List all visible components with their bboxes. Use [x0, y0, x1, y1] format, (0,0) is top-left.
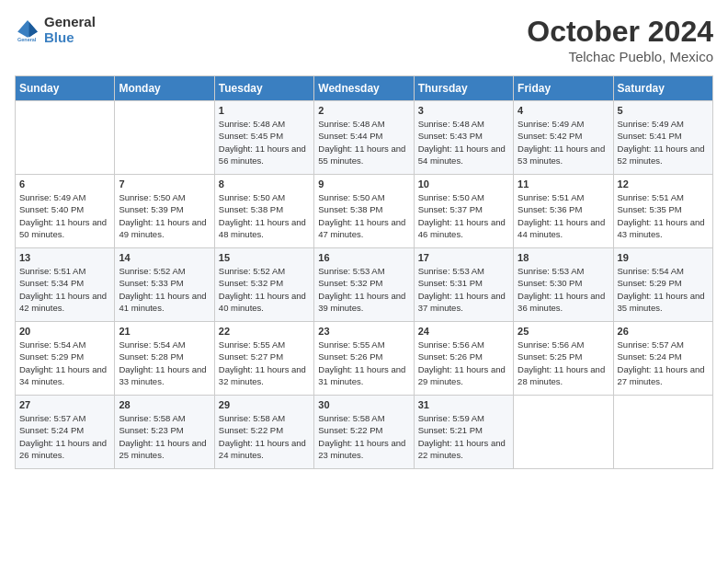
calendar-cell: 31Sunrise: 5:59 AMSunset: 5:21 PMDayligh… [414, 396, 513, 469]
sunset-text: Sunset: 5:22 PM [219, 425, 283, 435]
day-info: Sunrise: 5:57 AMSunset: 5:24 PMDaylight:… [618, 339, 709, 387]
sunset-text: Sunset: 5:32 PM [318, 278, 382, 288]
daylight-text: Daylight: 11 hours and 44 minutes. [518, 217, 605, 239]
calendar-table: Sunday Monday Tuesday Wednesday Thursday… [15, 75, 713, 469]
sunset-text: Sunset: 5:42 PM [518, 131, 582, 141]
day-info: Sunrise: 5:53 AMSunset: 5:32 PMDaylight:… [318, 265, 409, 314]
calendar-cell: 1Sunrise: 5:48 AMSunset: 5:45 PMDaylight… [214, 101, 313, 175]
calendar-cell: 26Sunrise: 5:57 AMSunset: 5:24 PMDayligh… [613, 322, 712, 396]
calendar-cell: 17Sunrise: 5:53 AMSunset: 5:31 PMDayligh… [414, 248, 513, 322]
day-number: 19 [618, 252, 709, 263]
sunrise-text: Sunrise: 5:53 AM [518, 266, 584, 276]
sunrise-text: Sunrise: 5:58 AM [119, 413, 185, 423]
sunrise-text: Sunrise: 5:53 AM [418, 266, 484, 276]
sunset-text: Sunset: 5:40 PM [19, 204, 84, 214]
day-number: 10 [418, 178, 509, 190]
calendar-cell [16, 101, 115, 175]
logo-line2: Blue [44, 30, 96, 46]
day-info: Sunrise: 5:49 AMSunset: 5:42 PMDaylight:… [518, 118, 609, 167]
day-info: Sunrise: 5:48 AMSunset: 5:44 PMDaylight:… [318, 118, 409, 167]
sunrise-text: Sunrise: 5:56 AM [418, 339, 484, 350]
day-number: 30 [318, 399, 409, 410]
day-info: Sunrise: 5:56 AMSunset: 5:25 PMDaylight:… [518, 339, 609, 387]
calendar-cell: 11Sunrise: 5:51 AMSunset: 5:36 PMDayligh… [514, 175, 613, 248]
calendar-cell: 24Sunrise: 5:56 AMSunset: 5:26 PMDayligh… [414, 322, 513, 396]
day-number: 17 [418, 252, 509, 263]
day-number: 27 [19, 399, 110, 410]
sunrise-text: Sunrise: 5:52 AM [219, 266, 285, 276]
calendar-cell [115, 101, 214, 175]
sunrise-text: Sunrise: 5:54 AM [119, 339, 185, 350]
calendar-cell: 7Sunrise: 5:50 AMSunset: 5:39 PMDaylight… [115, 175, 214, 248]
calendar-cell: 21Sunrise: 5:54 AMSunset: 5:28 PMDayligh… [115, 322, 214, 396]
sunset-text: Sunset: 5:37 PM [418, 204, 483, 214]
day-info: Sunrise: 5:52 AMSunset: 5:32 PMDaylight:… [219, 265, 310, 314]
day-number: 2 [318, 105, 409, 116]
day-number: 1 [219, 105, 310, 116]
daylight-text: Daylight: 11 hours and 33 minutes. [119, 364, 206, 386]
day-number: 5 [618, 105, 709, 116]
day-number: 20 [19, 326, 110, 337]
day-info: Sunrise: 5:54 AMSunset: 5:28 PMDaylight:… [119, 339, 210, 387]
day-number: 11 [518, 178, 609, 190]
day-number: 6 [19, 178, 110, 190]
daylight-text: Daylight: 11 hours and 50 minutes. [19, 217, 107, 239]
calendar-cell: 3Sunrise: 5:48 AMSunset: 5:43 PMDaylight… [414, 101, 513, 175]
sunrise-text: Sunrise: 5:55 AM [318, 339, 384, 350]
sunrise-text: Sunrise: 5:48 AM [418, 119, 484, 129]
sunrise-text: Sunrise: 5:49 AM [19, 192, 85, 202]
day-info: Sunrise: 5:59 AMSunset: 5:21 PMDaylight:… [418, 412, 509, 461]
calendar-cell: 28Sunrise: 5:58 AMSunset: 5:23 PMDayligh… [115, 396, 214, 469]
month-year: October 2024 [527, 15, 713, 49]
header-friday: Friday [514, 76, 613, 101]
sunrise-text: Sunrise: 5:51 AM [518, 192, 584, 202]
day-info: Sunrise: 5:51 AMSunset: 5:34 PMDaylight:… [19, 265, 110, 314]
sunset-text: Sunset: 5:41 PM [618, 131, 682, 141]
sunrise-text: Sunrise: 5:49 AM [518, 119, 584, 129]
calendar-cell: 13Sunrise: 5:51 AMSunset: 5:34 PMDayligh… [16, 248, 115, 322]
calendar-cell: 9Sunrise: 5:50 AMSunset: 5:38 PMDaylight… [314, 175, 414, 248]
sunset-text: Sunset: 5:29 PM [19, 351, 84, 362]
sunrise-text: Sunrise: 5:48 AM [318, 119, 384, 129]
sunrise-text: Sunrise: 5:56 AM [518, 339, 584, 350]
day-info: Sunrise: 5:54 AMSunset: 5:29 PMDaylight:… [618, 265, 709, 314]
sunset-text: Sunset: 5:26 PM [418, 351, 483, 362]
sunrise-text: Sunrise: 5:59 AM [418, 413, 484, 423]
day-number: 15 [219, 252, 310, 263]
sunrise-text: Sunrise: 5:50 AM [318, 192, 384, 202]
calendar-cell: 30Sunrise: 5:58 AMSunset: 5:22 PMDayligh… [314, 396, 414, 469]
calendar-cell: 19Sunrise: 5:54 AMSunset: 5:29 PMDayligh… [613, 248, 712, 322]
sunset-text: Sunset: 5:44 PM [318, 131, 382, 141]
calendar-cell [613, 396, 712, 469]
sunset-text: Sunset: 5:21 PM [418, 425, 483, 435]
sunrise-text: Sunrise: 5:50 AM [219, 192, 285, 202]
calendar-week-1: 1Sunrise: 5:48 AMSunset: 5:45 PMDaylight… [16, 101, 713, 175]
calendar-cell: 14Sunrise: 5:52 AMSunset: 5:33 PMDayligh… [115, 248, 214, 322]
day-number: 3 [418, 105, 509, 116]
day-number: 25 [518, 326, 609, 337]
calendar-cell: 10Sunrise: 5:50 AMSunset: 5:37 PMDayligh… [414, 175, 513, 248]
sunset-text: Sunset: 5:38 PM [219, 204, 283, 214]
day-info: Sunrise: 5:55 AMSunset: 5:26 PMDaylight:… [318, 339, 409, 387]
daylight-text: Daylight: 11 hours and 41 minutes. [119, 291, 206, 313]
daylight-text: Daylight: 11 hours and 46 minutes. [418, 217, 506, 239]
sunset-text: Sunset: 5:23 PM [119, 425, 183, 435]
day-info: Sunrise: 5:49 AMSunset: 5:40 PMDaylight:… [19, 191, 110, 240]
sunset-text: Sunset: 5:31 PM [418, 278, 483, 288]
calendar-cell: 23Sunrise: 5:55 AMSunset: 5:26 PMDayligh… [314, 322, 414, 396]
day-number: 31 [418, 399, 509, 410]
sunset-text: Sunset: 5:24 PM [618, 351, 682, 362]
day-number: 8 [219, 178, 310, 190]
daylight-text: Daylight: 11 hours and 34 minutes. [19, 364, 107, 386]
day-info: Sunrise: 5:58 AMSunset: 5:22 PMDaylight:… [219, 412, 310, 461]
sunset-text: Sunset: 5:35 PM [618, 204, 682, 214]
daylight-text: Daylight: 11 hours and 49 minutes. [119, 217, 206, 239]
daylight-text: Daylight: 11 hours and 48 minutes. [219, 217, 306, 239]
calendar-cell: 20Sunrise: 5:54 AMSunset: 5:29 PMDayligh… [16, 322, 115, 396]
day-info: Sunrise: 5:48 AMSunset: 5:45 PMDaylight:… [219, 118, 310, 167]
day-number: 26 [618, 326, 709, 337]
day-info: Sunrise: 5:53 AMSunset: 5:31 PMDaylight:… [418, 265, 509, 314]
calendar-cell: 5Sunrise: 5:49 AMSunset: 5:41 PMDaylight… [613, 101, 712, 175]
day-info: Sunrise: 5:55 AMSunset: 5:27 PMDaylight:… [219, 339, 310, 387]
day-info: Sunrise: 5:52 AMSunset: 5:33 PMDaylight:… [119, 265, 210, 314]
